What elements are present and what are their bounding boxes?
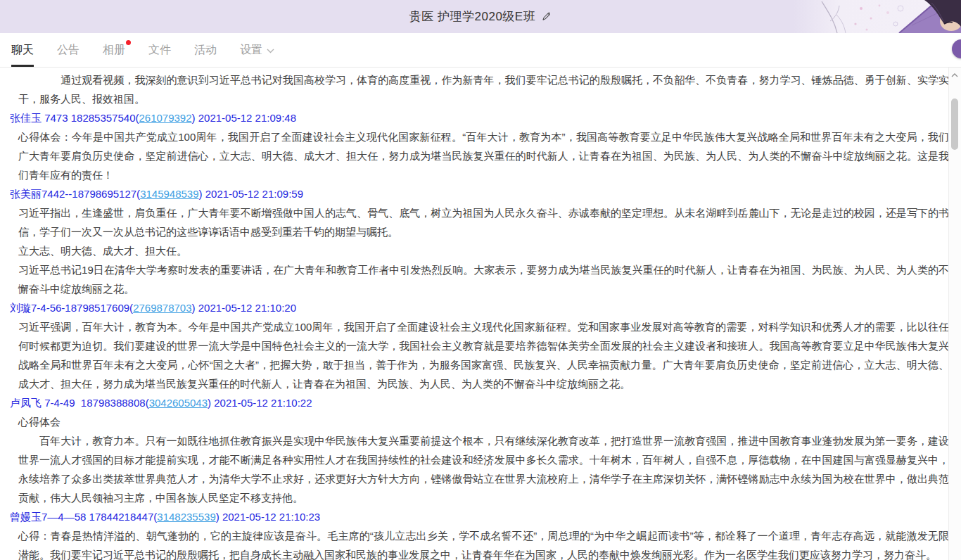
tab-settings-label: 设置 (240, 43, 262, 58)
message-paragraph: 习近平指出，生逢盛世，肩负重任，广大青年要不断增强做中国人的志气、骨气、底气，树… (18, 203, 949, 241)
message-paragraph: 习近平强调，百年大计，教育为本。今年是中国共产党成立100周年，我国开启了全面建… (18, 317, 949, 393)
tab-activities-label: 活动 (194, 43, 217, 58)
sender-name-and-phone: 曾嫚玉7—4—58 17844218447( (10, 511, 157, 523)
tab-chat-label: 聊天 (11, 43, 34, 58)
tab-bar: 聊天 公告 相册 文件 活动 设置 (0, 33, 961, 68)
message-paragraph: 通过观看视频，我深刻的意识到习近平总书记对我国高校学习，体育的高度重视，作为新青… (18, 70, 949, 108)
message-timestamp: ) 2021-05-12 21:10:22 (208, 397, 312, 409)
sender-name-and-phone: 卢凤飞 7-4-49 18798388808( (10, 397, 149, 409)
sender-name-and-phone: 刘璇7-4-56-18798517609( (10, 302, 133, 314)
message-sender-line: 张佳玉 7473 18285357540(261079392) 2021-05-… (10, 108, 949, 127)
message-timestamp: ) 2021-05-12 21:10:20 (192, 302, 296, 314)
banner-illustration (794, 0, 961, 33)
sender-name-and-phone: 张美丽7442--18798695127( (10, 188, 140, 200)
qq-number-link[interactable]: 3145948539 (140, 188, 198, 200)
edit-title-icon[interactable] (541, 11, 552, 22)
message-sender-line: 卢凤飞 7-4-49 18798388808(3042605043) 2021-… (10, 393, 949, 412)
scrollbar-thumb[interactable] (951, 98, 958, 150)
message-sender-line: 曾嫚玉7—4—58 17844218447(3148235539) 2021-0… (10, 507, 949, 526)
tab-albums-label: 相册 (103, 43, 125, 58)
message-timestamp: ) 2021-05-12 21:09:48 (192, 112, 296, 124)
tab-chat[interactable]: 聊天 (11, 33, 34, 67)
group-title-text: 贵医 护理学2020级E班 (409, 8, 535, 25)
message-paragraph: 心得体会：今年是中国共产党成立100周年，我国开启了全面建设社会主义现代化国家新… (18, 127, 949, 184)
message-paragraph: 习近平总书记19日在清华大学考察时发表的重要讲话，在广大青年和教育工作者中引发热… (18, 260, 949, 298)
tab-settings[interactable]: 设置 (240, 33, 274, 67)
tab-activities[interactable]: 活动 (194, 33, 217, 67)
message: 曾嫚玉7—4—58 17844218447(3148235539) 2021-0… (10, 507, 949, 560)
message-paragraph: 百年大计，教育力本。只有一如既往地抓住教育振兴是实现中华民族伟大复兴重要前提这个… (18, 431, 949, 507)
message-sender-line: 张美丽7442--18798695127(3145948539) 2021-05… (10, 184, 949, 203)
message: 张美丽7442--18798695127(3145948539) 2021-05… (10, 184, 949, 298)
sender-name-and-phone: 张佳玉 7473 18285357540( (10, 112, 139, 124)
tab-announcements[interactable]: 公告 (57, 33, 79, 67)
message-paragraph: 心得：青春是热情洋溢的、朝气蓬勃的，它的主旋律应该是奋斗。毛主席的“孩儿立志出乡… (18, 526, 949, 560)
tab-files-label: 文件 (148, 43, 171, 58)
page-title: 贵医 护理学2020级E班 (409, 8, 552, 25)
message: 通过观看视频，我深刻的意识到习近平总书记对我国高校学习，体育的高度重视，作为新青… (10, 70, 949, 108)
new-photos-badge (126, 40, 131, 45)
tab-albums[interactable]: 相册 (103, 33, 125, 67)
tab-announcements-label: 公告 (57, 43, 79, 58)
message-paragraph: 立大志、明大德、成大才、担大任。 (18, 241, 949, 260)
message: 张佳玉 7473 18285357540(261079392) 2021-05-… (10, 108, 949, 184)
qq-number-link[interactable]: 3042605043 (149, 397, 208, 409)
message-paragraph: 心得体会 (18, 412, 949, 431)
scroll-up-arrow-icon[interactable] (949, 70, 960, 81)
chevron-down-icon (267, 49, 274, 53)
chat-log: 通过观看视频，我深刻的意识到习近平总书记对我国高校学习，体育的高度重视，作为新青… (0, 68, 949, 560)
message-timestamp: ) 2021-05-12 21:10:23 (216, 511, 320, 523)
message-timestamp: ) 2021-05-12 21:09:59 (199, 188, 303, 200)
message: 刘璇7-4-56-18798517609(2769878703) 2021-05… (10, 298, 949, 393)
message: 卢凤飞 7-4-49 18798388808(3042605043) 2021-… (10, 393, 949, 507)
qq-number-link[interactable]: 3148235539 (157, 511, 215, 523)
group-header: 贵医 护理学2020级E班 (0, 0, 961, 33)
scrollbar[interactable] (948, 68, 961, 560)
qq-number-link[interactable]: 261079392 (139, 112, 191, 124)
qq-number-link[interactable]: 2769878703 (133, 302, 191, 314)
message-sender-line: 刘璇7-4-56-18798517609(2769878703) 2021-05… (10, 298, 949, 317)
tab-files[interactable]: 文件 (148, 33, 171, 67)
